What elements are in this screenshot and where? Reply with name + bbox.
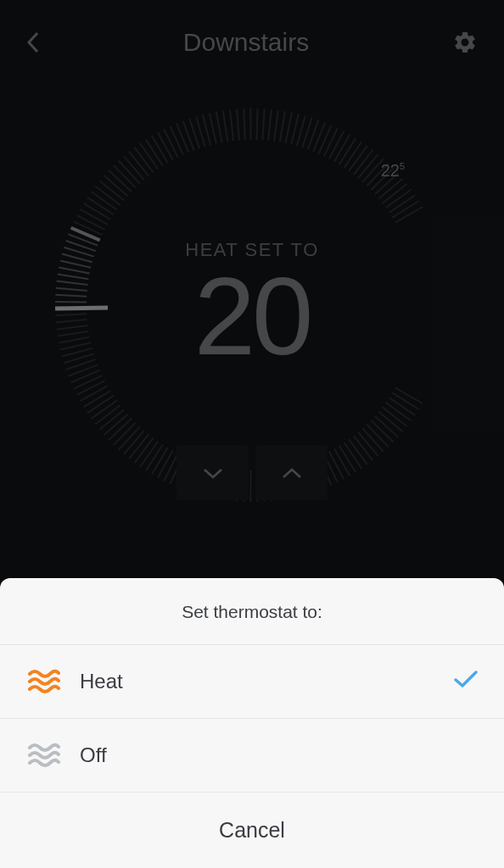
mode-option-off[interactable]: Off xyxy=(0,719,504,793)
modal-title: Set thermostat to: xyxy=(0,578,504,645)
cancel-button[interactable]: Cancel xyxy=(0,793,504,868)
heat-icon xyxy=(25,664,61,699)
off-icon xyxy=(25,737,61,773)
option-label: Heat xyxy=(80,670,453,693)
check-icon xyxy=(453,669,479,694)
mode-option-heat[interactable]: Heat xyxy=(0,645,504,719)
thermostat-mode-modal: Set thermostat to: Heat Off Cancel xyxy=(0,578,504,868)
option-label: Off xyxy=(80,743,479,767)
